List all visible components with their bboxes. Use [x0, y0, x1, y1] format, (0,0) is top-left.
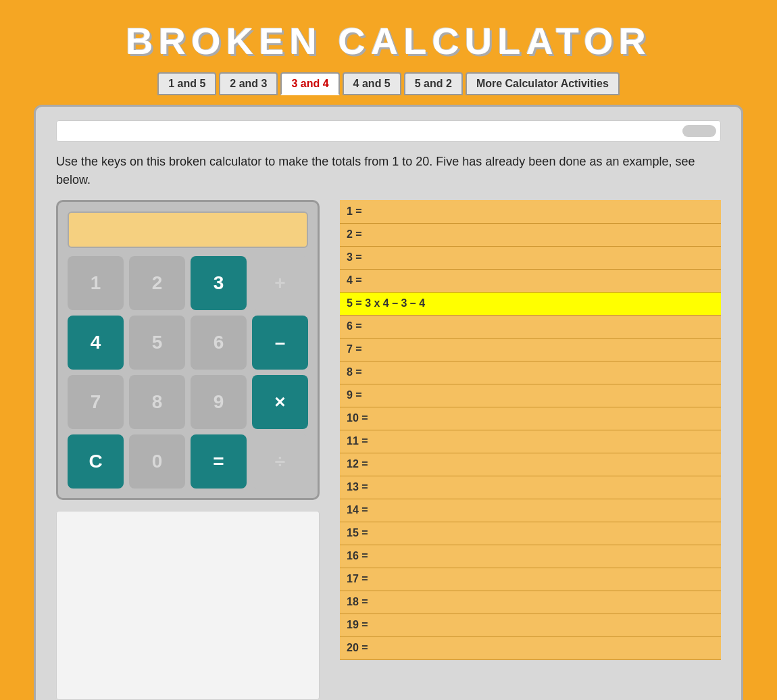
total-row-18[interactable]: 18 =	[340, 591, 721, 614]
tab-4and5[interactable]: 4 and 5	[343, 72, 401, 95]
scrollbar-area	[56, 120, 721, 142]
total-cell-12: 12 =	[340, 453, 721, 476]
total-row-12[interactable]: 12 =	[340, 453, 721, 476]
total-row-9[interactable]: 9 =	[340, 384, 721, 407]
total-row-19[interactable]: 19 =	[340, 614, 721, 636]
btn-1: 1	[68, 256, 124, 310]
total-row-17[interactable]: 17 =	[340, 568, 721, 591]
total-row-15[interactable]: 15 =	[340, 522, 721, 545]
page-title: BROKEN CALCULATOR	[126, 19, 651, 63]
btn-4[interactable]: 4	[68, 316, 124, 370]
total-cell-9: 9 =	[340, 384, 721, 407]
totals-panel: 1 =2 =3 =4 =5 = 3 x 4 – 3 – 46 =7 =8 =9 …	[340, 200, 721, 660]
btn-2: 2	[129, 256, 185, 310]
total-row-14[interactable]: 14 =	[340, 499, 721, 522]
tab-5and2[interactable]: 5 and 2	[404, 72, 463, 95]
btn-3[interactable]: 3	[191, 256, 247, 310]
total-cell-17: 17 =	[340, 568, 721, 591]
calculator: 123+456–789×C0=÷	[56, 200, 320, 500]
btn-8: 8	[129, 375, 185, 429]
btn-5: 5	[129, 316, 185, 370]
btn-divide: ÷	[252, 434, 308, 489]
total-row-4[interactable]: 4 =	[340, 269, 721, 292]
scrollbar-thumb[interactable]	[682, 125, 716, 137]
total-row-8[interactable]: 8 =	[340, 361, 721, 384]
total-row-3[interactable]: 3 =	[340, 246, 721, 269]
total-cell-14: 14 =	[340, 499, 721, 522]
content-area: 123+456–789×C0=÷ 1 =2 =3 =4 =5 = 3 x 4 –…	[56, 200, 721, 700]
total-row-5[interactable]: 5 = 3 x 4 – 3 – 4	[340, 292, 721, 315]
tab-more[interactable]: More Calculator Activities	[466, 72, 620, 95]
total-cell-2: 2 =	[340, 223, 721, 246]
total-row-1[interactable]: 1 =	[340, 200, 721, 223]
total-cell-16: 16 =	[340, 545, 721, 568]
calculator-display	[68, 211, 308, 248]
total-row-7[interactable]: 7 =	[340, 338, 721, 361]
total-cell-13: 13 =	[340, 476, 721, 499]
total-cell-20: 20 =	[340, 636, 721, 659]
btn-plus: +	[252, 256, 308, 310]
btn-equals[interactable]: =	[191, 434, 247, 489]
total-cell-1: 1 =	[340, 200, 721, 223]
total-cell-3: 3 =	[340, 246, 721, 269]
total-cell-5: 5 = 3 x 4 – 3 – 4	[340, 292, 721, 315]
total-row-13[interactable]: 13 =	[340, 476, 721, 499]
total-cell-7: 7 =	[340, 338, 721, 361]
btn-9: 9	[191, 375, 247, 429]
tab-2and3[interactable]: 2 and 3	[219, 72, 278, 95]
calc-grid: 123+456–789×C0=÷	[68, 256, 308, 489]
total-row-2[interactable]: 2 =	[340, 223, 721, 246]
total-cell-4: 4 =	[340, 269, 721, 292]
calculator-wrapper: 123+456–789×C0=÷	[56, 200, 320, 700]
btn-7: 7	[68, 375, 124, 429]
total-cell-6: 6 =	[340, 315, 721, 338]
lower-area	[56, 511, 320, 700]
total-row-16[interactable]: 16 =	[340, 545, 721, 568]
tab-bar: 1 and 52 and 33 and 44 and 55 and 2More …	[157, 72, 620, 95]
total-cell-10: 10 =	[340, 407, 721, 430]
total-row-20[interactable]: 20 =	[340, 636, 721, 659]
tab-1and5[interactable]: 1 and 5	[157, 72, 216, 95]
total-row-10[interactable]: 10 =	[340, 407, 721, 430]
total-cell-19: 19 =	[340, 614, 721, 636]
tab-3and4[interactable]: 3 and 4	[280, 72, 339, 95]
btn-multiply[interactable]: ×	[252, 375, 308, 429]
btn-minus[interactable]: –	[252, 316, 308, 370]
totals-table: 1 =2 =3 =4 =5 = 3 x 4 – 3 – 46 =7 =8 =9 …	[340, 200, 721, 660]
total-cell-15: 15 =	[340, 522, 721, 545]
total-row-11[interactable]: 11 =	[340, 430, 721, 453]
total-cell-18: 18 =	[340, 591, 721, 614]
instructions: Use the keys on this broken calculator t…	[56, 153, 721, 189]
btn-6: 6	[191, 316, 247, 370]
total-row-6[interactable]: 6 =	[340, 315, 721, 338]
btn-clear[interactable]: C	[68, 434, 124, 489]
total-cell-8: 8 =	[340, 361, 721, 384]
btn-0: 0	[129, 434, 185, 489]
main-panel: Use the keys on this broken calculator t…	[34, 105, 743, 700]
total-cell-11: 11 =	[340, 430, 721, 453]
